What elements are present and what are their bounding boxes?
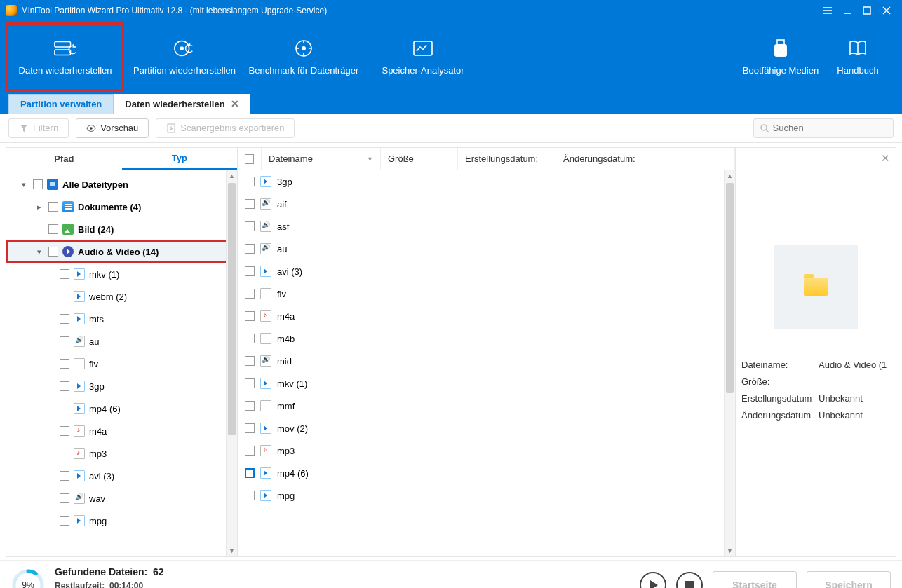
column-modified[interactable]: Änderungsdatum: bbox=[556, 148, 735, 170]
bootable-media-button[interactable]: Bootfähige Medien bbox=[742, 22, 819, 92]
home-button[interactable]: Startseite bbox=[713, 571, 797, 589]
column-size[interactable]: Größe bbox=[381, 148, 458, 170]
checkbox[interactable] bbox=[48, 247, 58, 257]
tab-data-recovery[interactable]: Daten wiederherstellen ✕ bbox=[114, 94, 250, 114]
checkbox[interactable] bbox=[33, 179, 43, 189]
checkbox[interactable] bbox=[48, 202, 58, 212]
checkbox[interactable] bbox=[60, 493, 69, 503]
type-tree[interactable]: ▾ Alle Dateitypen ▸ Dokumente (4) ▸ Bild… bbox=[6, 170, 237, 556]
list-item[interactable]: mpg bbox=[238, 484, 735, 507]
list-item[interactable]: m4b bbox=[238, 327, 735, 350]
list-item[interactable]: aif bbox=[238, 193, 735, 215]
chevron-down-icon[interactable]: ▾ bbox=[19, 180, 29, 189]
list-item[interactable]: m4a bbox=[238, 305, 735, 327]
list-item[interactable]: avi (3) bbox=[238, 260, 735, 282]
checkbox[interactable] bbox=[245, 266, 255, 276]
partition-recovery-button[interactable]: Partition wiederherstellen bbox=[125, 22, 244, 92]
checkbox[interactable] bbox=[60, 336, 69, 346]
app-menu-icon[interactable] bbox=[818, 1, 837, 20]
checkbox[interactable] bbox=[245, 356, 255, 366]
minimize-icon[interactable] bbox=[837, 1, 857, 20]
search-input[interactable] bbox=[773, 123, 887, 133]
checkbox[interactable] bbox=[60, 426, 69, 436]
checkbox[interactable] bbox=[245, 401, 255, 411]
space-analyzer-button[interactable]: Speicher-Analysator bbox=[363, 22, 483, 92]
chevron-down-icon[interactable]: ▾ bbox=[34, 247, 44, 257]
tree-row[interactable]: mkv (1) bbox=[6, 263, 237, 285]
tab-manage-partition[interactable]: Partition verwalten bbox=[8, 94, 114, 114]
scroll-down-icon[interactable]: ▼ bbox=[227, 545, 237, 556]
tree-row[interactable]: 3gp bbox=[6, 375, 237, 397]
scroll-up-icon[interactable]: ▲ bbox=[725, 170, 735, 182]
benchmark-button[interactable]: Benchmark für Datenträger bbox=[244, 22, 363, 92]
tab-close-icon[interactable]: ✕ bbox=[231, 98, 239, 109]
tree-row[interactable]: mp3 bbox=[6, 442, 237, 465]
checkbox[interactable] bbox=[245, 423, 255, 433]
checkbox[interactable] bbox=[245, 244, 255, 254]
column-created[interactable]: Erstellungsdatum: bbox=[458, 148, 556, 170]
preview-button[interactable]: Vorschau bbox=[76, 118, 149, 138]
checkbox[interactable] bbox=[60, 314, 69, 324]
checkbox[interactable] bbox=[245, 311, 255, 321]
preview-close-icon[interactable]: ✕ bbox=[881, 152, 890, 165]
resume-button[interactable] bbox=[640, 572, 666, 589]
filter-button[interactable]: Filtern bbox=[8, 118, 69, 138]
column-name[interactable]: Dateiname▼ bbox=[262, 148, 381, 170]
checkbox[interactable] bbox=[60, 359, 69, 369]
list-item[interactable]: mp4 (6) bbox=[238, 462, 735, 484]
list-item[interactable]: mmf bbox=[238, 395, 735, 417]
close-icon[interactable] bbox=[877, 1, 896, 20]
checkbox[interactable] bbox=[245, 378, 255, 388]
checkbox[interactable] bbox=[245, 491, 255, 500]
tree-row-audio-video[interactable]: ▾ Audio & Video (14) bbox=[6, 240, 237, 263]
checkbox[interactable] bbox=[245, 289, 255, 299]
list-item[interactable]: mp3 bbox=[238, 439, 735, 462]
checkbox[interactable] bbox=[245, 199, 255, 209]
save-button[interactable]: Speichern bbox=[807, 571, 891, 589]
subtab-path[interactable]: Pfad bbox=[6, 148, 122, 170]
list-item[interactable]: mkv (1) bbox=[238, 372, 735, 395]
list-item[interactable]: au bbox=[238, 238, 735, 260]
checkbox[interactable] bbox=[60, 449, 69, 458]
stop-button[interactable] bbox=[676, 572, 703, 589]
checkbox[interactable] bbox=[245, 446, 255, 456]
tree-row[interactable]: avi (3) bbox=[6, 465, 237, 487]
subtab-type[interactable]: Typ bbox=[122, 148, 238, 170]
handbook-button[interactable]: Handbuch bbox=[819, 22, 896, 92]
list-item[interactable]: mid bbox=[238, 350, 735, 372]
list-item[interactable]: 3gp bbox=[238, 170, 735, 193]
file-list[interactable]: 3gpaifasfauavi (3)flvm4am4bmidmkv (1)mmf… bbox=[238, 170, 735, 556]
checkbox[interactable] bbox=[245, 468, 255, 478]
data-recovery-button[interactable]: Daten wiederherstellen bbox=[6, 22, 125, 92]
tree-row[interactable]: webm (2) bbox=[6, 285, 237, 308]
chevron-right-icon[interactable]: ▸ bbox=[34, 203, 44, 212]
list-item[interactable]: mov (2) bbox=[238, 417, 735, 439]
left-scrollbar[interactable]: ▲ ▼ bbox=[226, 170, 237, 556]
checkbox[interactable] bbox=[245, 334, 255, 343]
scroll-up-icon[interactable]: ▲ bbox=[227, 170, 237, 182]
tree-row[interactable]: mpg bbox=[6, 510, 237, 532]
scrollbar-thumb[interactable] bbox=[228, 183, 236, 435]
tree-row[interactable]: wav bbox=[6, 487, 237, 510]
search-box[interactable] bbox=[753, 118, 894, 138]
select-all-checkbox[interactable] bbox=[245, 154, 254, 164]
checkbox[interactable] bbox=[60, 471, 69, 481]
scrollbar-thumb[interactable] bbox=[726, 183, 734, 393]
tree-row[interactable]: ▾ Alle Dateitypen bbox=[6, 173, 237, 196]
checkbox[interactable] bbox=[60, 269, 69, 279]
checkbox[interactable] bbox=[60, 404, 69, 413]
checkbox[interactable] bbox=[60, 292, 69, 301]
maximize-icon[interactable] bbox=[857, 1, 877, 20]
checkbox[interactable] bbox=[60, 381, 69, 391]
tree-row[interactable]: au bbox=[6, 330, 237, 353]
tree-row[interactable]: mts bbox=[6, 308, 237, 330]
tree-row[interactable]: m4a bbox=[6, 420, 237, 442]
list-item[interactable]: flv bbox=[238, 282, 735, 305]
checkbox[interactable] bbox=[60, 516, 69, 526]
checkbox[interactable] bbox=[245, 221, 255, 231]
list-item[interactable]: asf bbox=[238, 215, 735, 238]
scroll-down-icon[interactable]: ▼ bbox=[725, 545, 735, 556]
checkbox[interactable] bbox=[245, 177, 255, 186]
list-scrollbar[interactable]: ▲ ▼ bbox=[724, 170, 735, 556]
tree-row[interactable]: ▸ Bild (24) bbox=[6, 218, 237, 240]
